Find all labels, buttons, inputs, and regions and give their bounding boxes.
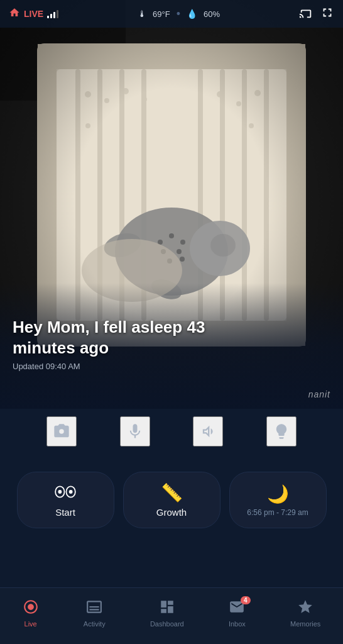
start-icon: [54, 483, 77, 503]
svg-rect-3: [38, 44, 305, 69]
nanit-brand: nanit: [308, 389, 330, 399]
live-label: LIVE: [24, 9, 43, 19]
growth-card[interactable]: 📏 Growth: [123, 472, 220, 528]
cast-icon[interactable]: [299, 6, 313, 22]
moon-icon: 🌙: [267, 484, 289, 504]
video-area: Hey Mom, I fell asleep 43 minutes ago Up…: [0, 0, 343, 409]
nav-inbox-label: Inbox: [229, 620, 246, 628]
svg-point-32: [180, 257, 185, 262]
dashboard-nav-icon: [159, 599, 175, 618]
live-nav-icon: [23, 599, 39, 618]
microphone-button[interactable]: [120, 416, 150, 447]
controls-row: [0, 409, 343, 454]
sleep-time-label: 6:56 pm - 7:29 am: [247, 508, 308, 517]
svg-point-41: [69, 490, 73, 494]
light-button[interactable]: [266, 416, 297, 447]
status-bar: LIVE 🌡 69°F • 💧 60%: [0, 0, 343, 28]
nav-dashboard[interactable]: Dashboard: [150, 599, 184, 628]
svg-point-8: [85, 91, 91, 97]
nav-memories[interactable]: Memories: [290, 599, 320, 628]
nav-activity[interactable]: Activity: [84, 599, 106, 628]
humidity: 60%: [204, 9, 220, 19]
bottom-nav: Live Activity Dashboard: [0, 587, 343, 644]
fullscreen-icon[interactable]: [320, 6, 334, 22]
svg-point-39: [58, 490, 62, 494]
nav-live-label: Live: [24, 620, 37, 628]
speaker-button[interactable]: [193, 416, 223, 447]
sleep-status-text: Hey Mom, I fell asleep 43 minutes ago: [13, 317, 214, 358]
signal-bars: [47, 9, 58, 18]
svg-point-27: [169, 233, 174, 238]
growth-icon: 📏: [161, 482, 183, 503]
start-card[interactable]: Start: [17, 472, 114, 528]
activity-nav-icon-alt: [86, 599, 102, 618]
start-label: Start: [55, 507, 75, 518]
nav-activity-label: Activity: [84, 620, 106, 628]
sleep-card[interactable]: 🌙 6:56 pm - 7:29 am: [229, 472, 327, 528]
svg-point-13: [236, 101, 241, 106]
action-cards-row: Start 📏 Growth 🌙 6:56 pm - 7:29 am: [0, 459, 343, 541]
status-left: LIVE: [9, 7, 58, 21]
separator: •: [177, 8, 180, 21]
svg-point-14: [254, 90, 261, 96]
drop-icon: 💧: [187, 9, 197, 19]
svg-point-28: [180, 240, 185, 245]
home-icon: [9, 7, 20, 21]
nav-memories-label: Memories: [290, 620, 320, 628]
svg-point-9: [104, 98, 109, 103]
camera-button[interactable]: [46, 416, 77, 447]
growth-label: Growth: [156, 507, 187, 518]
nav-live[interactable]: Live: [23, 599, 39, 628]
inbox-badge: 4: [241, 596, 251, 604]
status-right: [299, 6, 334, 22]
svg-point-30: [177, 249, 182, 254]
video-text-overlay: Hey Mom, I fell asleep 43 minutes ago Up…: [13, 317, 214, 371]
svg-point-16: [249, 123, 254, 128]
updated-time-text: Updated 09:40 AM: [13, 362, 214, 371]
temperature: 69°F: [153, 9, 170, 19]
nav-dashboard-label: Dashboard: [150, 620, 184, 628]
memories-nav-icon: [297, 599, 313, 618]
svg-point-15: [85, 123, 90, 128]
thermometer-icon: 🌡: [138, 9, 146, 19]
nav-inbox[interactable]: 4 Inbox: [229, 599, 246, 628]
svg-point-34: [210, 234, 236, 257]
status-center: 🌡 69°F • 💧 60%: [138, 8, 220, 21]
